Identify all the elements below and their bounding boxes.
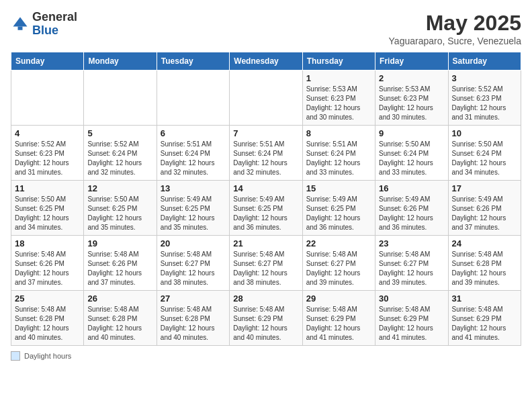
calendar-week-row: 4Sunrise: 5:52 AM Sunset: 6:23 PM Daylig… bbox=[11, 126, 521, 181]
day-number: 7 bbox=[233, 128, 298, 138]
day-info: Sunrise: 5:52 AM Sunset: 6:23 PM Dayligh… bbox=[452, 85, 517, 122]
calendar-header-friday: Friday bbox=[375, 52, 448, 71]
day-number: 31 bbox=[452, 293, 517, 304]
calendar-cell: 7Sunrise: 5:51 AM Sunset: 6:24 PM Daylig… bbox=[230, 126, 302, 181]
day-info: Sunrise: 5:48 AM Sunset: 6:29 PM Dayligh… bbox=[306, 305, 371, 342]
day-number: 3 bbox=[452, 73, 517, 83]
day-number: 24 bbox=[452, 238, 517, 248]
day-number: 26 bbox=[87, 293, 152, 304]
day-info: Sunrise: 5:48 AM Sunset: 6:27 PM Dayligh… bbox=[379, 250, 444, 287]
calendar-cell: 28Sunrise: 5:48 AM Sunset: 6:29 PM Dayli… bbox=[230, 291, 302, 346]
calendar-cell: 25Sunrise: 5:48 AM Sunset: 6:28 PM Dayli… bbox=[11, 291, 84, 346]
day-number: 1 bbox=[306, 73, 371, 83]
day-number: 11 bbox=[15, 183, 80, 193]
day-info: Sunrise: 5:53 AM Sunset: 6:23 PM Dayligh… bbox=[306, 85, 371, 122]
day-info: Sunrise: 5:49 AM Sunset: 6:26 PM Dayligh… bbox=[379, 195, 444, 232]
calendar-cell: 4Sunrise: 5:52 AM Sunset: 6:23 PM Daylig… bbox=[11, 126, 84, 181]
day-info: Sunrise: 5:48 AM Sunset: 6:28 PM Dayligh… bbox=[15, 305, 80, 342]
day-info: Sunrise: 5:50 AM Sunset: 6:25 PM Dayligh… bbox=[15, 195, 80, 232]
day-number: 23 bbox=[379, 238, 444, 248]
day-number: 6 bbox=[161, 128, 226, 138]
day-info: Sunrise: 5:49 AM Sunset: 6:25 PM Dayligh… bbox=[306, 195, 371, 232]
calendar-cell: 29Sunrise: 5:48 AM Sunset: 6:29 PM Dayli… bbox=[302, 291, 375, 346]
calendar-cell: 26Sunrise: 5:48 AM Sunset: 6:28 PM Dayli… bbox=[84, 291, 157, 346]
calendar-cell: 23Sunrise: 5:48 AM Sunset: 6:27 PM Dayli… bbox=[375, 236, 448, 291]
calendar-cell: 15Sunrise: 5:49 AM Sunset: 6:25 PM Dayli… bbox=[302, 181, 375, 236]
logo-icon bbox=[11, 15, 30, 34]
day-number: 8 bbox=[306, 128, 371, 138]
calendar-cell: 18Sunrise: 5:48 AM Sunset: 6:26 PM Dayli… bbox=[11, 236, 84, 291]
day-info: Sunrise: 5:48 AM Sunset: 6:27 PM Dayligh… bbox=[233, 250, 298, 287]
calendar-cell bbox=[230, 71, 302, 126]
day-info: Sunrise: 5:49 AM Sunset: 6:25 PM Dayligh… bbox=[233, 195, 298, 232]
logo-general-text: General bbox=[32, 10, 77, 24]
calendar-cell bbox=[157, 71, 229, 126]
calendar-cell: 12Sunrise: 5:50 AM Sunset: 6:25 PM Dayli… bbox=[84, 181, 157, 236]
calendar-cell: 5Sunrise: 5:52 AM Sunset: 6:24 PM Daylig… bbox=[84, 126, 157, 181]
calendar-cell: 1Sunrise: 5:53 AM Sunset: 6:23 PM Daylig… bbox=[302, 71, 375, 126]
calendar-header-sunday: Sunday bbox=[11, 52, 84, 71]
calendar-cell: 9Sunrise: 5:50 AM Sunset: 6:24 PM Daylig… bbox=[375, 126, 448, 181]
day-info: Sunrise: 5:49 AM Sunset: 6:25 PM Dayligh… bbox=[161, 195, 226, 232]
day-number: 17 bbox=[452, 183, 517, 193]
day-number: 30 bbox=[379, 293, 444, 304]
calendar-cell: 30Sunrise: 5:48 AM Sunset: 6:29 PM Dayli… bbox=[375, 291, 448, 346]
day-number: 27 bbox=[161, 293, 226, 304]
logo-blue-text: Blue bbox=[32, 24, 58, 37]
daylight-legend-box bbox=[11, 351, 20, 361]
location-subtitle: Yaguaraparo, Sucre, Venezuela bbox=[389, 36, 521, 46]
day-info: Sunrise: 5:52 AM Sunset: 6:23 PM Dayligh… bbox=[15, 140, 80, 177]
day-info: Sunrise: 5:48 AM Sunset: 6:28 PM Dayligh… bbox=[452, 250, 517, 287]
day-number: 13 bbox=[161, 183, 226, 193]
day-number: 15 bbox=[306, 183, 371, 193]
calendar-cell: 19Sunrise: 5:48 AM Sunset: 6:26 PM Dayli… bbox=[84, 236, 157, 291]
calendar-week-row: 1Sunrise: 5:53 AM Sunset: 6:23 PM Daylig… bbox=[11, 71, 521, 126]
day-number: 2 bbox=[379, 73, 444, 83]
calendar-week-row: 18Sunrise: 5:48 AM Sunset: 6:26 PM Dayli… bbox=[11, 236, 521, 291]
day-info: Sunrise: 5:52 AM Sunset: 6:24 PM Dayligh… bbox=[87, 140, 152, 177]
calendar-cell: 11Sunrise: 5:50 AM Sunset: 6:25 PM Dayli… bbox=[11, 181, 84, 236]
svg-rect-1 bbox=[18, 26, 23, 30]
calendar-header-saturday: Saturday bbox=[448, 52, 521, 71]
day-info: Sunrise: 5:48 AM Sunset: 6:26 PM Dayligh… bbox=[15, 250, 80, 287]
calendar-header-monday: Monday bbox=[84, 52, 157, 71]
day-number: 10 bbox=[452, 128, 517, 138]
calendar-cell: 24Sunrise: 5:48 AM Sunset: 6:28 PM Dayli… bbox=[448, 236, 521, 291]
day-info: Sunrise: 5:53 AM Sunset: 6:23 PM Dayligh… bbox=[379, 85, 444, 122]
calendar-cell: 14Sunrise: 5:49 AM Sunset: 6:25 PM Dayli… bbox=[230, 181, 302, 236]
calendar-cell: 13Sunrise: 5:49 AM Sunset: 6:25 PM Dayli… bbox=[157, 181, 229, 236]
calendar-cell: 8Sunrise: 5:51 AM Sunset: 6:24 PM Daylig… bbox=[302, 126, 375, 181]
day-number: 9 bbox=[379, 128, 444, 138]
calendar-header-wednesday: Wednesday bbox=[230, 52, 302, 71]
day-info: Sunrise: 5:48 AM Sunset: 6:27 PM Dayligh… bbox=[306, 250, 371, 287]
daylight-legend-label: Daylight hours bbox=[24, 352, 71, 360]
calendar-footer: Daylight hours bbox=[11, 351, 521, 361]
calendar-cell: 22Sunrise: 5:48 AM Sunset: 6:27 PM Dayli… bbox=[302, 236, 375, 291]
calendar-cell: 31Sunrise: 5:48 AM Sunset: 6:29 PM Dayli… bbox=[448, 291, 521, 346]
day-info: Sunrise: 5:51 AM Sunset: 6:24 PM Dayligh… bbox=[233, 140, 298, 177]
calendar-cell: 17Sunrise: 5:49 AM Sunset: 6:26 PM Dayli… bbox=[448, 181, 521, 236]
svg-marker-0 bbox=[13, 17, 28, 26]
day-info: Sunrise: 5:48 AM Sunset: 6:27 PM Dayligh… bbox=[161, 250, 226, 287]
day-info: Sunrise: 5:48 AM Sunset: 6:28 PM Dayligh… bbox=[161, 305, 226, 342]
calendar-cell bbox=[11, 71, 84, 126]
day-number: 29 bbox=[306, 293, 371, 304]
day-number: 28 bbox=[233, 293, 298, 304]
calendar-cell: 6Sunrise: 5:51 AM Sunset: 6:24 PM Daylig… bbox=[157, 126, 229, 181]
day-info: Sunrise: 5:48 AM Sunset: 6:29 PM Dayligh… bbox=[233, 305, 298, 342]
calendar-cell: 20Sunrise: 5:48 AM Sunset: 6:27 PM Dayli… bbox=[157, 236, 229, 291]
day-info: Sunrise: 5:48 AM Sunset: 6:29 PM Dayligh… bbox=[452, 305, 517, 342]
page-header: General Blue May 2025 Yaguaraparo, Sucre… bbox=[11, 11, 521, 46]
calendar-cell: 16Sunrise: 5:49 AM Sunset: 6:26 PM Dayli… bbox=[375, 181, 448, 236]
title-block: May 2025 Yaguaraparo, Sucre, Venezuela bbox=[389, 11, 521, 46]
day-number: 25 bbox=[15, 293, 80, 304]
logo: General Blue bbox=[11, 11, 77, 38]
day-number: 19 bbox=[87, 238, 152, 248]
calendar-cell bbox=[84, 71, 157, 126]
calendar-header-thursday: Thursday bbox=[302, 52, 375, 71]
day-number: 4 bbox=[15, 128, 80, 138]
calendar-table: SundayMondayTuesdayWednesdayThursdayFrid… bbox=[11, 52, 521, 346]
day-info: Sunrise: 5:48 AM Sunset: 6:29 PM Dayligh… bbox=[379, 305, 444, 342]
month-title: May 2025 bbox=[389, 11, 521, 36]
day-number: 5 bbox=[87, 128, 152, 138]
